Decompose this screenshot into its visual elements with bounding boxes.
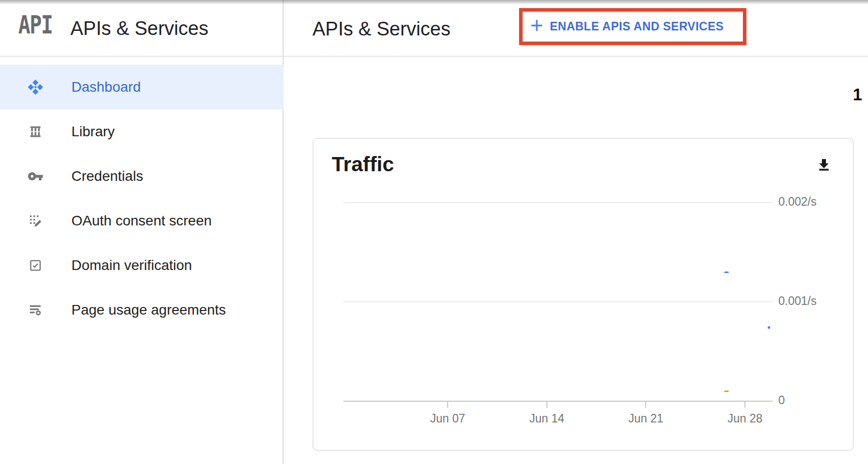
sidebar-item-label: Dashboard xyxy=(71,79,141,95)
library-icon xyxy=(26,123,45,141)
x-axis-tick-label: Jun 07 xyxy=(412,412,483,426)
x-axis-tick-label: Jun 21 xyxy=(610,412,681,426)
sidebar-item-label: Page usage agreements xyxy=(71,302,226,318)
y-axis-tick-label: 0.001/s xyxy=(778,294,816,308)
oauth-consent-icon xyxy=(26,212,45,230)
dashboard-icon xyxy=(26,78,45,96)
sidebar-item-domain-verification[interactable]: Domain verification xyxy=(0,243,284,288)
sidebar-item-label: Domain verification xyxy=(71,257,192,274)
traffic-chart: 0.002/s0.001/s0Jun 07Jun 14Jun 21Jun 28 xyxy=(313,139,853,450)
annotation-step-number: 1 xyxy=(853,85,862,104)
api-logo: API xyxy=(18,12,52,37)
traffic-point-blue-series xyxy=(768,326,770,329)
x-axis-tick-label: Jun 28 xyxy=(709,412,780,426)
annotation-box: + ENABLE APIS AND SERVICES xyxy=(519,8,746,45)
gridline xyxy=(343,202,773,203)
traffic-point-orange-series xyxy=(724,391,729,392)
sidebar: API APIs & Services Dashboard xyxy=(0,0,284,464)
domain-verification-icon xyxy=(26,256,45,275)
x-axis-tick xyxy=(447,401,448,408)
sidebar-item-oauth-consent-screen[interactable]: OAuth consent screen xyxy=(0,199,284,243)
gridline xyxy=(343,301,773,302)
traffic-point-blue-series xyxy=(724,272,729,273)
sidebar-item-library[interactable]: Library xyxy=(0,109,284,154)
x-axis-tick xyxy=(546,401,547,408)
sidebar-item-label: Credentials xyxy=(71,168,143,184)
sidebar-title: APIs & Services xyxy=(70,18,208,40)
x-axis-tick-label: Jun 14 xyxy=(511,412,582,426)
y-axis-tick-label: 0 xyxy=(778,394,785,407)
page-usage-agreements-icon xyxy=(26,301,45,319)
enable-apis-and-services-button[interactable]: + ENABLE APIS AND SERVICES xyxy=(523,12,743,42)
page-title: APIs & Services xyxy=(312,18,450,40)
key-icon xyxy=(26,167,45,185)
sidebar-nav: Dashboard Library xyxy=(0,65,284,332)
top-shadow xyxy=(0,0,868,5)
sidebar-item-dashboard[interactable]: Dashboard xyxy=(0,65,284,109)
sidebar-item-label: OAuth consent screen xyxy=(71,213,212,229)
sidebar-item-credentials[interactable]: Credentials xyxy=(0,154,284,199)
header-divider xyxy=(0,56,868,57)
x-axis-tick xyxy=(744,401,745,408)
sidebar-item-page-usage-agreements[interactable]: Page usage agreements xyxy=(0,288,284,332)
x-axis-tick xyxy=(645,401,646,408)
plus-icon: + xyxy=(530,14,543,36)
enable-apis-button-label: ENABLE APIS AND SERVICES xyxy=(550,20,724,33)
y-axis-tick-label: 0.002/s xyxy=(778,195,816,209)
traffic-card: Traffic 0.002/s0.001/s0Jun 07Jun 14Jun 2… xyxy=(312,138,854,451)
sidebar-item-label: Library xyxy=(71,124,115,140)
x-axis-line xyxy=(343,401,773,402)
